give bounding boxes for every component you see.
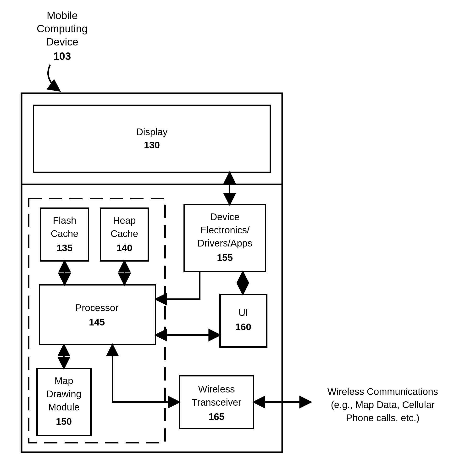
map-line3: Module — [48, 402, 79, 412]
processor-block: Processor 145 — [40, 285, 156, 345]
heap-cache-block: Heap Cache 140 — [100, 208, 148, 261]
heap-line2: Cache — [110, 228, 138, 239]
svg-rect-3 — [40, 285, 156, 345]
heap-ref: 140 — [117, 243, 133, 253]
title-ref: 103 — [53, 50, 71, 62]
ui-block: UI 160 — [220, 294, 267, 347]
device-electronics-block: Device Electronics/ Drivers/Apps 155 — [184, 205, 266, 272]
device-line3: Drivers/Apps — [198, 238, 252, 248]
external-comms-label: Wireless Communications (e.g., Map Data,… — [327, 386, 438, 423]
map-line1: Map — [55, 375, 73, 386]
flash-cache-block: Flash Cache 135 — [41, 208, 89, 261]
device-line2: Electronics/ — [200, 225, 250, 235]
processor-label: Processor — [75, 303, 118, 313]
wireless-ref: 165 — [209, 411, 225, 422]
title-line2: Computing — [37, 23, 88, 34]
display-block: Display 130 — [33, 105, 270, 172]
map-line2: Drawing — [46, 389, 82, 399]
wireless-block: Wireless Transceiver 165 — [179, 376, 254, 428]
ext-line2: (e.g., Map Data, Cellular — [331, 400, 435, 410]
processor-ref: 145 — [89, 317, 105, 327]
svg-rect-0 — [33, 105, 270, 172]
title-line1: Mobile — [47, 9, 78, 21]
arrow-device-to-processor — [156, 272, 200, 299]
ui-ref: 160 — [235, 322, 251, 332]
diagram-svg: Mobile Computing Device 103 Display 130 … — [0, 0, 460, 476]
flash-ref: 135 — [57, 243, 73, 253]
map-ref: 150 — [56, 416, 72, 427]
arrow-map-wireless — [112, 345, 179, 402]
flash-line2: Cache — [51, 228, 78, 239]
ui-label: UI — [238, 307, 248, 318]
flash-line1: Flash — [53, 215, 76, 226]
heap-line1: Heap — [113, 215, 136, 226]
display-ref: 130 — [144, 140, 160, 150]
title-block: Mobile Computing Device 103 — [37, 9, 88, 91]
map-module-block: Map Drawing Module 150 — [37, 369, 91, 435]
title-line3: Device — [46, 36, 78, 48]
ext-line1: Wireless Communications — [327, 386, 438, 397]
display-label: Display — [136, 127, 167, 137]
wireless-line2: Transceiver — [192, 397, 241, 408]
ext-line3: Phone calls, etc.) — [346, 413, 419, 423]
device-ref: 155 — [217, 252, 233, 263]
connectors — [64, 172, 311, 402]
title-pointer — [48, 65, 60, 91]
svg-rect-6 — [220, 294, 267, 347]
device-line1: Device — [210, 212, 239, 222]
wireless-line1: Wireless — [198, 384, 235, 394]
